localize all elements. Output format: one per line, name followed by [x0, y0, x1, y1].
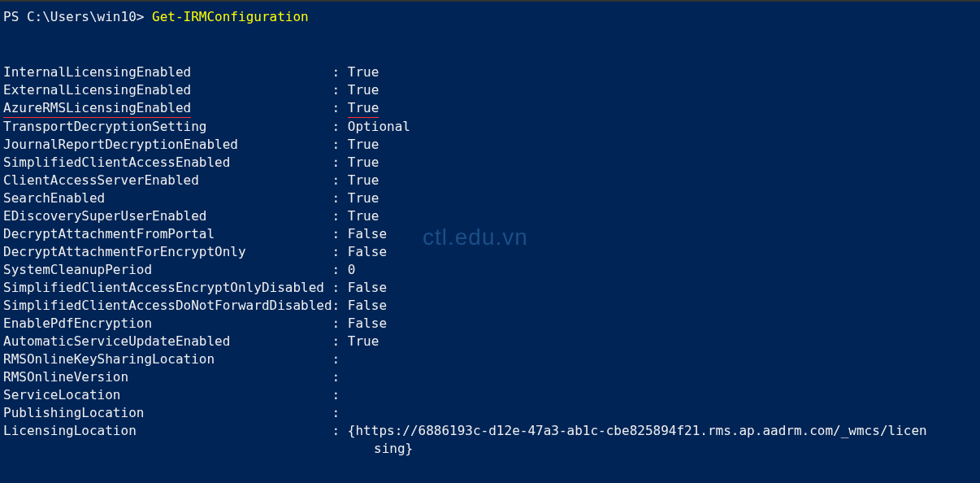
- output-row: RMSOnlineKeySharingLocation :: [3, 350, 977, 368]
- output-key: ServiceLocation: [3, 387, 332, 402]
- output-key: SimplifiedClientAccessEncryptOnlyDisable…: [3, 280, 332, 295]
- output-row: AzureRMSLicensingEnabled : True: [3, 99, 977, 118]
- output-colon: :: [332, 315, 348, 331]
- output-colon: :: [332, 244, 348, 259]
- output-value: True: [348, 190, 379, 206]
- output-colon: :: [332, 154, 348, 170]
- output-key: PublishingLocation: [3, 405, 332, 420]
- output-key: InternalLicensingEnabled: [3, 64, 332, 80]
- output-colon: :: [332, 387, 348, 402]
- output-row: ExternalLicensingEnabled : True: [3, 81, 977, 99]
- output-value: True: [348, 172, 379, 188]
- output-row: ServiceLocation :: [3, 386, 977, 404]
- output-value: True: [348, 208, 379, 224]
- output-value: False: [348, 226, 387, 242]
- output-colon: :: [332, 190, 348, 206]
- output-colon: :: [332, 64, 348, 80]
- output-colon: :: [332, 172, 348, 188]
- output-value: Optional: [348, 119, 410, 134]
- output-colon: :: [332, 405, 348, 420]
- output-row: DecryptAttachmentForEncryptOnly : False: [3, 243, 977, 261]
- output-colon: :: [332, 351, 348, 367]
- output-colon: :: [332, 280, 348, 295]
- output-row: DecryptAttachmentFromPortal : False: [3, 225, 977, 243]
- output-row: SearchEnabled : True: [3, 189, 977, 207]
- command-text: Get-IRMConfiguration: [152, 9, 309, 24]
- output-key: SearchEnabled: [3, 190, 332, 206]
- output-colon: :: [332, 369, 348, 385]
- output-row: TransportDecryptionSetting : Optional: [3, 118, 977, 136]
- output-colon: :: [332, 100, 348, 115]
- output-colon: :: [332, 208, 348, 224]
- output-colon: :: [332, 119, 348, 134]
- output-colon: :: [332, 298, 348, 313]
- output-value: 0: [348, 262, 356, 277]
- output-colon: :: [332, 82, 348, 98]
- output-colon: :: [332, 226, 348, 242]
- output-key: TransportDecryptionSetting: [3, 119, 332, 134]
- output-row: SimplifiedClientAccessDoNotForwardDisabl…: [3, 297, 977, 315]
- output-row: InternalLicensingEnabled : True: [3, 63, 977, 81]
- output-key: SystemCleanupPeriod: [3, 262, 332, 277]
- output-colon: :: [332, 423, 348, 438]
- output-key: RMSOnlineVersion: [3, 369, 332, 385]
- output-rows: InternalLicensingEnabled : TrueExternalL…: [3, 63, 977, 440]
- output-value: True: [348, 100, 379, 115]
- output-key: DecryptAttachmentFromPortal: [3, 226, 332, 242]
- output-value: False: [348, 298, 387, 313]
- output-colon: :: [332, 262, 348, 277]
- output-row: EnablePdfEncryption : False: [3, 315, 977, 333]
- output-row: RMSOnlineVersion :: [3, 368, 977, 386]
- prompt-line: PS C:\Users\win10> Get-IRMConfiguration: [3, 8, 977, 26]
- output-row: AutomaticServiceUpdateEnabled : True: [3, 333, 977, 350]
- output-value: True: [348, 82, 379, 98]
- output-row: EDiscoverySuperUserEnabled : True: [3, 207, 977, 225]
- output-value: True: [348, 154, 379, 170]
- output-key: AutomaticServiceUpdateEnabled: [3, 333, 332, 349]
- output-value: False: [348, 315, 387, 331]
- output-row: SimplifiedClientAccessEnabled : True: [3, 154, 977, 172]
- output-key: SimplifiedClientAccessEnabled: [3, 154, 332, 170]
- output-key: ExternalLicensingEnabled: [3, 82, 332, 98]
- output-value: True: [348, 333, 379, 349]
- output-key: DecryptAttachmentForEncryptOnly: [3, 244, 332, 259]
- output-key: JournalReportDecryptionEnabled: [3, 137, 332, 152]
- output-row: JournalReportDecryptionEnabled : True: [3, 136, 977, 154]
- output-row: PublishingLocation :: [3, 404, 977, 422]
- output-key: RMSOnlineKeySharingLocation: [3, 351, 332, 367]
- output-value: False: [348, 244, 387, 259]
- output-row: SystemCleanupPeriod : 0: [3, 261, 977, 279]
- window-border-top: [0, 0, 980, 2]
- output-row: SimplifiedClientAccessEncryptOnlyDisable…: [3, 279, 977, 297]
- output-row: LicensingLocation : {https://6886193c-d1…: [3, 422, 977, 440]
- output-colon: :: [332, 137, 348, 152]
- output-key: LicensingLocation: [3, 423, 332, 438]
- output-value: {https://6886193c-d12e-47a3-ab1c-cbe8258…: [348, 423, 927, 438]
- prompt-prefix: PS C:\Users\win10>: [3, 9, 144, 24]
- output-value: True: [348, 64, 379, 80]
- terminal-content: PS C:\Users\win10> Get-IRMConfiguration …: [3, 3, 977, 458]
- output-key: EDiscoverySuperUserEnabled: [3, 208, 332, 224]
- output-key: ClientAccessServerEnabled: [3, 172, 332, 188]
- output-row: ClientAccessServerEnabled : True: [3, 172, 977, 189]
- output-key: AzureRMSLicensingEnabled: [3, 100, 332, 115]
- output-value: True: [348, 137, 379, 152]
- output-value: False: [348, 280, 387, 295]
- output-key: SimplifiedClientAccessDoNotForwardDisabl…: [3, 298, 332, 313]
- blank-spacer: [3, 28, 977, 63]
- output-key: EnablePdfEncryption: [3, 315, 332, 331]
- output-colon: :: [332, 333, 348, 349]
- output-continuation: sing}: [3, 440, 977, 458]
